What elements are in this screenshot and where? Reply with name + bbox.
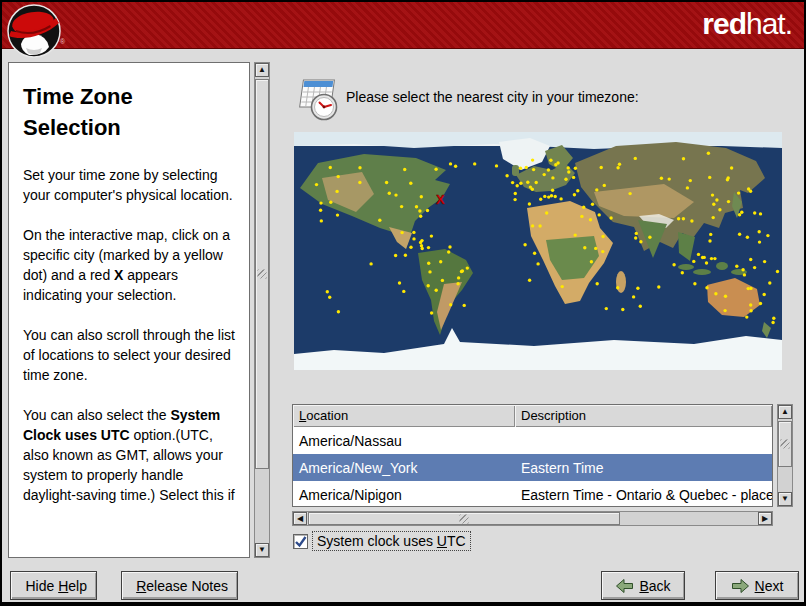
button-label: Hide Help [26, 578, 88, 594]
table-horizontal-scrollbar[interactable]: ◀ ▶ [292, 511, 773, 526]
arrow-left-icon [615, 578, 634, 594]
installer-window: redhat. ® Time Zone Selection Set your t… [0, 0, 806, 606]
scroll-down-arrow-icon[interactable]: ▼ [778, 492, 792, 506]
registered-trademark: ® [60, 38, 65, 45]
hide-help-button[interactable]: Hide Help [10, 571, 97, 600]
release-notes-button[interactable]: Release Notes [121, 571, 238, 600]
table-header-row: Location Description [293, 405, 772, 427]
scrollbar-thumb[interactable] [778, 421, 792, 467]
header-banner: redhat. [2, 2, 804, 49]
prompt-label: Please select the nearest city in your t… [346, 89, 639, 105]
help-paragraph: You can also scroll through the list of … [23, 325, 237, 385]
help-paragraph: You can also select the System Clock use… [23, 405, 237, 505]
brand-rest: hat. [746, 7, 792, 40]
page-title: Time Zone Selection [23, 81, 203, 143]
cell-description: Eastern Time [515, 460, 772, 476]
redhat-shadowman-logo-icon [6, 3, 62, 59]
next-button[interactable]: Next [715, 571, 799, 600]
help-paragraph: On the interactive map, click on a speci… [23, 225, 237, 305]
cell-description: Eastern Time - Ontario & Quebec - places… [515, 487, 772, 503]
utc-checkbox-label[interactable]: System clock uses UTC [312, 531, 471, 551]
timezone-table: Location Description America/Nassau Amer… [292, 404, 773, 507]
utc-checkbox-row: System clock uses UTC [293, 531, 471, 551]
utc-checkbox[interactable] [293, 534, 308, 549]
brand-bold: red [702, 7, 746, 40]
help-paragraph: Set your time zone by selecting your com… [23, 165, 237, 205]
table-row[interactable]: America/Nipigon Eastern Time - Ontario &… [293, 481, 772, 507]
button-label: Release Notes [136, 578, 228, 594]
back-button[interactable]: Back [601, 571, 685, 600]
button-label: Next [755, 578, 784, 594]
column-header-description[interactable]: Description [515, 405, 772, 427]
life-preserver-icon [20, 576, 21, 596]
scroll-left-arrow-icon[interactable]: ◀ [293, 512, 307, 525]
arrow-right-icon [731, 578, 750, 594]
table-vertical-scrollbar[interactable]: ▲ ▼ [777, 404, 793, 507]
scroll-up-arrow-icon[interactable]: ▲ [255, 63, 269, 77]
button-label: Back [639, 578, 670, 594]
table-row-selected[interactable]: America/New_York Eastern Time [293, 454, 772, 481]
scrollbar-thumb[interactable] [255, 79, 269, 469]
selected-city-marker: X [436, 192, 445, 207]
cell-location: America/Nassau [293, 433, 515, 449]
scroll-right-arrow-icon[interactable]: ▶ [758, 512, 772, 525]
scrollbar-thumb[interactable] [308, 512, 620, 525]
checkmark-icon [294, 535, 307, 548]
scroll-up-arrow-icon[interactable]: ▲ [778, 405, 792, 419]
table-row[interactable]: America/Nassau [293, 427, 772, 454]
timezone-calendar-clock-icon [293, 76, 341, 122]
help-scrollbar[interactable]: ▲ ▼ [254, 62, 270, 558]
redhat-wordmark: redhat. [702, 7, 792, 41]
help-panel: Time Zone Selection Set your time zone b… [8, 62, 250, 558]
cell-location: America/Nipigon [293, 487, 515, 503]
cell-location: America/New_York [293, 460, 515, 476]
world-timezone-map[interactable]: X [294, 132, 782, 370]
column-header-location[interactable]: Location [293, 405, 515, 427]
scroll-down-arrow-icon[interactable]: ▼ [255, 543, 269, 557]
